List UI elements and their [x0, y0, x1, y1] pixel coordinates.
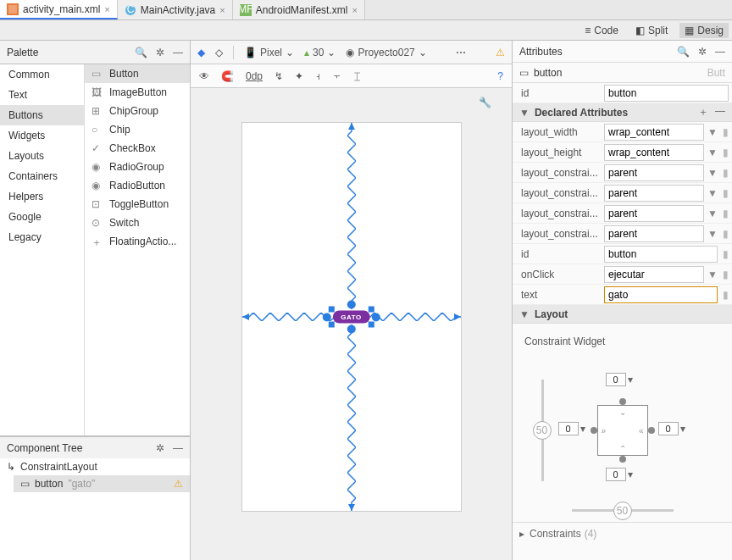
- close-icon[interactable]: ×: [219, 5, 225, 15]
- resize-handle[interactable]: [369, 307, 374, 313]
- tab-manifest[interactable]: MF AndroidManifest.xml ×: [233, 0, 365, 19]
- search-icon[interactable]: 🔍: [135, 47, 147, 58]
- declared-attributes-header[interactable]: ▼ Declared Attributes ＋ —: [513, 103, 732, 122]
- infer-constraints-icon[interactable]: ✦: [295, 70, 303, 82]
- resource-picker-icon[interactable]: ▮: [723, 167, 729, 179]
- palette-widget-item[interactable]: ⊡ToggleButton: [85, 195, 190, 213]
- chevron-down-icon[interactable]: ▼: [707, 147, 718, 158]
- constraint-handle-top[interactable]: [347, 301, 356, 309]
- margin-left[interactable]: 0▾: [558, 422, 585, 435]
- resource-picker-icon[interactable]: ▮: [723, 126, 729, 138]
- palette-category[interactable]: Helpers: [0, 186, 84, 207]
- margin-top[interactable]: 0▾: [606, 373, 633, 386]
- resource-picker-icon[interactable]: ▮: [723, 289, 729, 301]
- align-icon[interactable]: ⫞: [315, 70, 320, 82]
- palette-widget-item[interactable]: ◉RadioButton: [85, 176, 190, 195]
- palette-widget-item[interactable]: ✓CheckBox: [85, 139, 190, 158]
- default-margin[interactable]: 0dp: [246, 70, 263, 82]
- warning-icon[interactable]: ⚠: [496, 47, 505, 58]
- palette-widget-item[interactable]: ＋FloatingActio...: [85, 232, 190, 251]
- wrench-icon[interactable]: 🔧: [479, 97, 491, 108]
- anchor-left[interactable]: [591, 427, 597, 434]
- view-code-button[interactable]: ≡ Code: [580, 23, 624, 38]
- attr-id-input[interactable]: [604, 85, 729, 102]
- minimize-icon[interactable]: —: [715, 46, 725, 58]
- pack-icon[interactable]: ⫟: [332, 70, 342, 82]
- tree-root[interactable]: ↳ ConstraintLayout: [0, 458, 190, 475]
- palette-widget-item[interactable]: ⊞ChipGroup: [85, 102, 190, 120]
- attr-value-input[interactable]: [604, 144, 704, 161]
- orientation-icon[interactable]: ◇: [215, 47, 223, 58]
- attr-value-input[interactable]: [604, 266, 704, 283]
- tab-activity-main[interactable]: activity_main.xml ×: [0, 0, 118, 19]
- surface-icon[interactable]: ◆: [197, 47, 205, 58]
- margin-bottom[interactable]: 0▾: [606, 468, 633, 481]
- attr-value-input[interactable]: [604, 124, 704, 141]
- chevron-down-icon[interactable]: ▼: [707, 167, 718, 179]
- clear-constraints-icon[interactable]: ↯: [274, 70, 283, 82]
- vertical-bias-thumb[interactable]: 50: [533, 421, 552, 440]
- close-icon[interactable]: ×: [352, 5, 357, 15]
- help-icon[interactable]: ?: [497, 70, 503, 82]
- constraint-handle-left[interactable]: [322, 313, 330, 321]
- api-select[interactable]: ▴ 30 ⌄: [304, 47, 336, 58]
- layout-section-header[interactable]: ▼ Layout: [513, 305, 732, 324]
- constraint-widget[interactable]: 50 50 » « ⌄ ⌃ 0▾ 0▾ 0▾ 0▾: [546, 354, 699, 507]
- palette-category[interactable]: Buttons: [0, 105, 84, 125]
- attr-value-input[interactable]: [604, 246, 718, 263]
- resource-picker-icon[interactable]: ▮: [723, 248, 729, 260]
- chevron-down-icon[interactable]: ▼: [707, 187, 718, 199]
- constraint-handle-right[interactable]: [372, 313, 380, 321]
- gear-icon[interactable]: ✲: [698, 46, 707, 58]
- resize-handle[interactable]: [328, 322, 334, 328]
- palette-widget-item[interactable]: ⊙Switch: [85, 213, 190, 232]
- view-split-button[interactable]: ◧ Split: [630, 23, 673, 38]
- constraint-handle-bottom[interactable]: [347, 325, 356, 334]
- search-icon[interactable]: 🔍: [677, 46, 690, 58]
- palette-widget-item[interactable]: 🖼ImageButton: [85, 83, 190, 102]
- attr-value-input[interactable]: [604, 286, 718, 303]
- minimize-icon[interactable]: —: [173, 442, 183, 454]
- resource-picker-icon[interactable]: ▮: [723, 208, 729, 219]
- view-design-button[interactable]: ▦ Desig: [679, 23, 729, 38]
- palette-category[interactable]: Text: [0, 85, 84, 105]
- attr-value-input[interactable]: [604, 164, 704, 181]
- close-icon[interactable]: ×: [104, 4, 109, 14]
- resource-picker-icon[interactable]: ▮: [723, 269, 729, 280]
- theme-select[interactable]: ◉ Proyecto027 ⌄: [346, 47, 426, 58]
- palette-category[interactable]: Layouts: [0, 146, 84, 166]
- warning-icon[interactable]: ⚠: [174, 478, 183, 490]
- anchor-bottom[interactable]: [619, 456, 626, 463]
- selected-button-widget[interactable]: GATO: [332, 311, 369, 324]
- chevron-down-icon[interactable]: ▼: [707, 228, 718, 240]
- palette-category[interactable]: Common: [0, 64, 84, 85]
- palette-category[interactable]: Widgets: [0, 125, 84, 146]
- resource-picker-icon[interactable]: ▮: [723, 147, 729, 158]
- device-select[interactable]: 📱 Pixel ⌄: [244, 47, 294, 58]
- palette-category[interactable]: Legacy: [0, 227, 84, 247]
- eye-icon[interactable]: 👁: [199, 70, 209, 82]
- chevron-down-icon[interactable]: ▼: [707, 269, 718, 280]
- tab-main-activity[interactable]: C MainActivity.java ×: [118, 0, 233, 19]
- palette-category[interactable]: Google: [0, 207, 84, 227]
- more-icon[interactable]: ⋯: [456, 47, 466, 58]
- palette-widget-item[interactable]: ◉RadioGroup: [85, 158, 190, 176]
- margin-right[interactable]: 0▾: [658, 422, 685, 435]
- attr-value-input[interactable]: [604, 225, 704, 242]
- anchor-right[interactable]: [648, 427, 655, 434]
- resource-picker-icon[interactable]: ▮: [723, 228, 729, 240]
- resize-handle[interactable]: [328, 307, 334, 313]
- palette-widget-item[interactable]: ○Chip: [85, 120, 190, 139]
- palette-category[interactable]: Containers: [0, 166, 84, 186]
- remove-icon[interactable]: —: [715, 105, 725, 119]
- constraints-section-header[interactable]: ▸ Constraints (4): [513, 522, 732, 545]
- gear-icon[interactable]: ✲: [156, 442, 164, 454]
- palette-widget-item[interactable]: ▭Button: [85, 64, 190, 83]
- anchor-top[interactable]: [619, 398, 626, 405]
- chevron-down-icon[interactable]: ▼: [707, 126, 718, 138]
- chevron-down-icon[interactable]: ▼: [707, 208, 718, 219]
- resource-picker-icon[interactable]: ▮: [723, 187, 729, 199]
- design-canvas[interactable]: 🔧: [191, 88, 512, 560]
- guideline-icon[interactable]: ⌶: [354, 70, 360, 82]
- resize-handle[interactable]: [369, 322, 374, 328]
